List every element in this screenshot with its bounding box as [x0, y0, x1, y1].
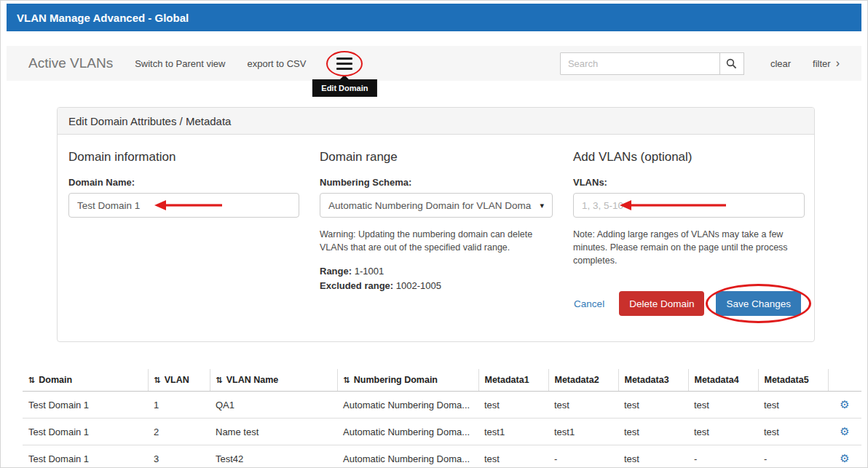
switch-parent-view-link[interactable]: Switch to Parent view [135, 58, 225, 69]
cell-metadata4: - [688, 445, 758, 468]
col-header-metadata5: Metadata5 [758, 369, 828, 392]
export-csv-link[interactable]: export to CSV [247, 58, 306, 69]
vlans-input[interactable] [573, 193, 805, 218]
col-header-actions [828, 369, 861, 392]
cell-metadata2: - [548, 445, 618, 468]
page-title: VLAN Manage Advanced - Global [17, 12, 189, 24]
domain-name-label: Domain Name: [68, 177, 299, 188]
clear-link[interactable]: clear [770, 58, 791, 69]
cell-metadata1: test [478, 445, 548, 468]
edit-domain-tooltip: Edit Domain [312, 79, 376, 97]
gear-icon[interactable]: ⚙ [840, 452, 849, 464]
menu-icon-bar [336, 63, 352, 65]
cell-metadata4: test [688, 419, 758, 445]
cell-numbering-domain: Automatic Numbering Doma... [337, 392, 478, 419]
cell-metadata1: test1 [478, 419, 548, 445]
cell-domain: Test Domain 1 [23, 392, 148, 419]
panel-actions: Cancel Delete Domain Save Changes [574, 291, 801, 316]
table-row: Test Domain 1 2 Name test Automatic Numb… [23, 419, 861, 445]
search-input[interactable] [560, 52, 720, 75]
app-header: VLAN Manage Advanced - Global [7, 4, 861, 31]
col-header-metadata2: Metadata2 [548, 369, 618, 392]
numbering-schema-select[interactable]: Automatic Numbering Domain for VLAN Doma… [320, 193, 553, 218]
col-header-label: VLAN Name [226, 375, 279, 385]
cell-vlan-name: Name test [210, 419, 337, 445]
cell-vlan: 1 [148, 392, 210, 419]
edit-domain-panel: Edit Domain Attributes / Metadata Domain… [57, 107, 815, 342]
cell-domain: Test Domain 1 [23, 445, 148, 468]
col-header-label: Domain [39, 375, 72, 385]
cell-metadata5: test [758, 392, 828, 419]
caret-down-icon: ▾ [540, 201, 544, 210]
col-header-numbering-domain[interactable]: ⇅Numbering Domain [337, 369, 478, 392]
col-header-vlan-name[interactable]: ⇅VLAN Name [210, 369, 337, 392]
add-vlans-section: Add VLANs (optional) VLANs: Note: Adding… [573, 135, 805, 267]
vlans-label: VLANs: [573, 177, 805, 188]
range-line: Range: 1-1001 [320, 266, 553, 277]
domain-information-heading: Domain information [68, 150, 299, 164]
sort-icon: ⇅ [28, 376, 35, 384]
excluded-range-label: Excluded range: [320, 280, 393, 291]
cell-metadata3: test [618, 392, 688, 419]
cell-metadata3: test [618, 445, 688, 468]
cell-metadata4: test [688, 392, 758, 419]
cell-actions: ⚙ [828, 392, 861, 419]
cell-metadata5: test [758, 419, 828, 445]
page: VLAN Manage Advanced - Global Active VLA… [0, 0, 868, 468]
cell-numbering-domain: Automatic Numbering Doma... [337, 445, 478, 468]
edit-domain-menu-icon[interactable]: Edit Domain [336, 57, 352, 70]
col-header-label: VLAN [165, 375, 189, 385]
filter-link-label: filter [813, 58, 831, 69]
chevron-right-icon: › [836, 57, 840, 69]
menu-icon-bar [336, 68, 352, 70]
cell-actions: ⚙ [828, 445, 861, 468]
cancel-link[interactable]: Cancel [574, 298, 604, 309]
cell-vlan: 2 [148, 419, 210, 445]
numbering-schema-value: Automatic Numbering Domain for VLAN Doma [328, 200, 536, 211]
cell-numbering-domain: Automatic Numbering Doma... [337, 419, 478, 445]
col-header-label: Numbering Domain [354, 375, 438, 385]
col-header-metadata4: Metadata4 [688, 369, 758, 392]
domain-range-heading: Domain range [320, 150, 553, 164]
delete-domain-button[interactable]: Delete Domain [619, 291, 704, 316]
section-title: Active VLANs [28, 55, 113, 71]
sort-icon: ⇅ [344, 376, 350, 384]
excluded-range-value: 1002-1005 [393, 280, 441, 291]
numbering-schema-label: Numbering Schema: [320, 177, 553, 188]
panel-body: Domain information Domain Name: Domain r… [58, 135, 814, 341]
cell-domain: Test Domain 1 [23, 419, 148, 445]
cell-metadata5: - [758, 445, 828, 468]
table-row: Test Domain 1 3 Test42 Automatic Numberi… [23, 445, 861, 468]
panel-title: Edit Domain Attributes / Metadata [68, 115, 231, 127]
sort-icon: ⇅ [154, 376, 161, 384]
cell-metadata3: test [618, 419, 688, 445]
domain-information-section: Domain information Domain Name: [68, 135, 299, 218]
cell-metadata2: test [548, 392, 618, 419]
table-row: Test Domain 1 1 QA1 Automatic Numbering … [23, 392, 861, 419]
excluded-range-line: Excluded range: 1002-1005 [320, 280, 553, 291]
cell-metadata1: test [478, 392, 548, 419]
search-button[interactable] [719, 52, 744, 75]
domain-name-input[interactable] [68, 193, 299, 218]
add-vlans-note: Note: Adding large ranges of VLANs may t… [573, 228, 805, 267]
col-header-domain[interactable]: ⇅Domain [23, 369, 148, 392]
gear-icon[interactable]: ⚙ [840, 425, 849, 437]
add-vlans-heading: Add VLANs (optional) [573, 150, 805, 164]
gear-icon[interactable]: ⚙ [840, 398, 849, 411]
cell-vlan-name: QA1 [210, 392, 337, 419]
domain-range-section: Domain range Numbering Schema: Automatic… [320, 135, 553, 291]
col-header-vlan[interactable]: ⇅VLAN [148, 369, 210, 392]
range-label: Range: [320, 266, 352, 277]
cell-actions: ⚙ [828, 419, 861, 445]
cell-vlan-name: Test42 [210, 445, 337, 468]
panel-heading: Edit Domain Attributes / Metadata [58, 108, 814, 135]
toolbar: Active VLANs Switch to Parent view expor… [7, 46, 861, 81]
numbering-warning-text: Warning: Updating the numbering domain c… [320, 228, 553, 254]
filter-link[interactable]: filter › [813, 57, 840, 69]
save-changes-button[interactable]: Save Changes [716, 291, 801, 316]
menu-icon-bar [336, 57, 352, 60]
cell-metadata2: test1 [548, 419, 618, 445]
col-header-metadata3: Metadata3 [618, 369, 688, 392]
toolbar-right: clear filter › [560, 52, 840, 75]
sort-icon: ⇅ [216, 376, 223, 384]
